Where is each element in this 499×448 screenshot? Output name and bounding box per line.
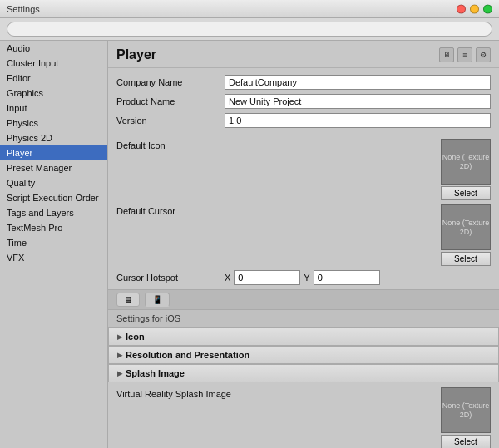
company-name-input[interactable] bbox=[225, 75, 491, 90]
player-title: Player bbox=[116, 47, 156, 62]
platform-tab-desktop[interactable]: 🖥 bbox=[116, 293, 140, 307]
cursor-hotspot-label: Cursor Hotspot bbox=[116, 273, 225, 283]
icon-section-header[interactable]: Icon bbox=[108, 327, 499, 346]
sidebar-item-physics-2d[interactable]: Physics 2D bbox=[0, 130, 107, 145]
default-cursor-preview: None (Texture 2D) Select bbox=[441, 204, 491, 266]
main-layout: Audio Cluster Input Editor Graphics Inpu… bbox=[0, 41, 499, 448]
default-cursor-section: Default Cursor None (Texture 2D) Select bbox=[108, 204, 499, 266]
sidebar-item-player[interactable]: Player bbox=[0, 145, 107, 160]
sidebar-item-audio[interactable]: Audio bbox=[0, 41, 107, 56]
sidebar-item-input[interactable]: Input bbox=[0, 101, 107, 116]
default-icon-label: Default Icon bbox=[116, 139, 225, 150]
layers-icon-button[interactable]: ≡ bbox=[457, 47, 472, 62]
sidebar-item-quality[interactable]: Quality bbox=[0, 175, 107, 190]
resolution-section-header[interactable]: Resolution and Presentation bbox=[108, 346, 499, 364]
sidebar: Audio Cluster Input Editor Graphics Inpu… bbox=[0, 41, 108, 448]
sidebar-item-preset-manager[interactable]: Preset Manager bbox=[0, 160, 107, 175]
vr-splash-select-button[interactable]: Select bbox=[441, 435, 491, 448]
splash-image-content: Virtual Reality Splash Image None (Textu… bbox=[108, 382, 499, 448]
default-cursor-label: Default Cursor bbox=[116, 204, 225, 216]
header-icon-group: 🖥 ≡ ⚙ bbox=[439, 47, 491, 62]
hotspot-x-input[interactable] bbox=[234, 270, 300, 285]
version-input[interactable] bbox=[225, 113, 491, 128]
product-name-row: Product Name bbox=[116, 94, 491, 109]
sidebar-item-time[interactable]: Time bbox=[0, 235, 107, 250]
hotspot-y-input[interactable] bbox=[314, 270, 380, 285]
x-label: X bbox=[225, 273, 230, 283]
company-name-section: Company Name Product Name Version bbox=[108, 68, 499, 139]
default-icon-section: Default Icon None (Texture 2D) Select bbox=[108, 139, 499, 200]
splash-image-section-header[interactable]: Splash Image bbox=[108, 364, 499, 382]
default-icon-select-button[interactable]: Select bbox=[441, 186, 491, 200]
platform-tab-mobile[interactable]: 📱 bbox=[145, 293, 170, 307]
sidebar-item-editor[interactable]: Editor bbox=[0, 71, 107, 86]
cursor-hotspot-inputs: X Y bbox=[225, 270, 380, 285]
maximize-button[interactable] bbox=[483, 4, 492, 13]
settings-icon-button[interactable]: ⚙ bbox=[476, 47, 491, 62]
vr-splash-texture: None (Texture 2D) bbox=[441, 387, 491, 433]
minimize-button[interactable] bbox=[470, 4, 479, 13]
sidebar-item-graphics[interactable]: Graphics bbox=[0, 86, 107, 101]
title-bar: Settings bbox=[0, 0, 499, 18]
sidebar-item-cluster-input[interactable]: Cluster Input bbox=[0, 56, 107, 71]
content-area: Player 🖥 ≡ ⚙ Company Name Product Name V… bbox=[108, 41, 499, 448]
sidebar-item-script-execution-order[interactable]: Script Execution Order bbox=[0, 190, 107, 205]
platform-tabs: 🖥 📱 bbox=[108, 289, 499, 310]
company-name-row: Company Name bbox=[116, 75, 491, 90]
vr-splash-label: Virtual Reality Splash Image bbox=[116, 387, 283, 399]
sidebar-item-physics[interactable]: Physics bbox=[0, 116, 107, 130]
company-name-label: Company Name bbox=[116, 77, 225, 87]
vr-splash-row: Virtual Reality Splash Image None (Textu… bbox=[116, 387, 491, 448]
window-title: Settings bbox=[7, 4, 40, 14]
search-bar bbox=[0, 18, 499, 41]
default-cursor-texture: None (Texture 2D) bbox=[441, 204, 491, 250]
monitor-icon-button[interactable]: 🖥 bbox=[439, 47, 454, 62]
close-button[interactable] bbox=[457, 4, 466, 13]
y-label: Y bbox=[304, 273, 309, 283]
product-name-input[interactable] bbox=[225, 94, 491, 109]
settings-ios-label: Settings for iOS bbox=[108, 310, 499, 327]
sidebar-item-tags-and-layers[interactable]: Tags and Layers bbox=[0, 205, 107, 220]
vr-splash-preview: None (Texture 2D) Select bbox=[441, 387, 491, 448]
version-row: Version bbox=[116, 113, 491, 128]
default-icon-preview: None (Texture 2D) Select bbox=[441, 139, 491, 200]
product-name-label: Product Name bbox=[116, 96, 225, 106]
player-header: Player 🖥 ≡ ⚙ bbox=[108, 41, 499, 68]
sidebar-item-vfx[interactable]: VFX bbox=[0, 250, 107, 265]
cursor-hotspot-row: Cursor Hotspot X Y bbox=[108, 270, 499, 285]
desktop-icon: 🖥 bbox=[124, 295, 132, 304]
default-cursor-select-button[interactable]: Select bbox=[441, 252, 491, 266]
search-input[interactable] bbox=[7, 22, 492, 37]
default-icon-texture: None (Texture 2D) bbox=[441, 139, 491, 185]
mobile-icon: 📱 bbox=[152, 295, 162, 304]
sidebar-item-textmesh-pro[interactable]: TextMesh Pro bbox=[0, 220, 107, 235]
version-label: Version bbox=[116, 116, 225, 126]
window-controls bbox=[457, 4, 492, 13]
